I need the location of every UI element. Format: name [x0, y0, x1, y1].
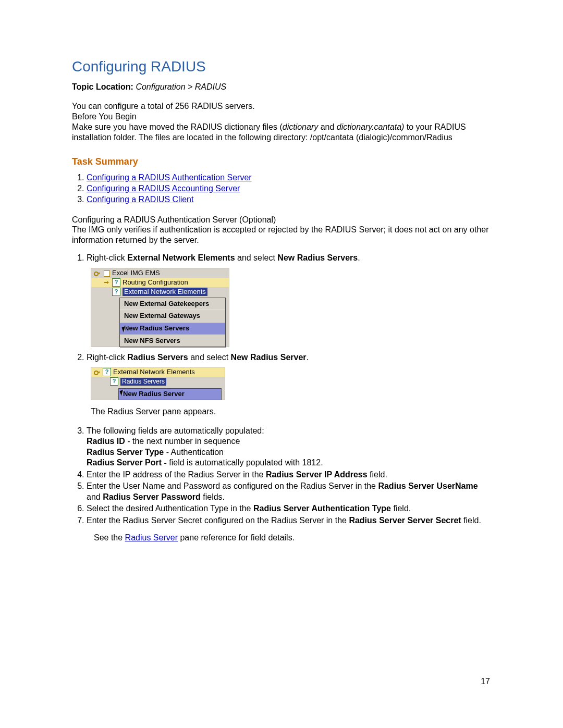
tree-root-label: Excel IMG EMS: [112, 269, 160, 278]
text: The following fields are automatically p…: [87, 426, 264, 435]
step-3: The following fields are automatically p…: [87, 426, 489, 468]
link-radius-server-pane[interactable]: Radius Server: [125, 533, 178, 542]
menu-item[interactable]: New External Gatekeepers: [120, 298, 225, 310]
text: field.: [391, 504, 411, 513]
text: .: [307, 353, 309, 362]
menu-item-selected[interactable]: New Radius Server: [119, 389, 221, 400]
list-item: Configuring a RADIUS Authentication Serv…: [87, 172, 489, 183]
question-icon: ?: [112, 278, 120, 287]
tree-row-root: Excel IMG EMS: [91, 268, 229, 278]
task-summary-heading: Task Summary: [72, 156, 489, 167]
intro-it1: dictionary: [283, 122, 318, 131]
step-7: Enter the Radius Server Secret configure…: [87, 515, 489, 526]
step-6: Select the desired Authentication Type i…: [87, 503, 489, 514]
tree-root-label: External Network Elements: [113, 368, 195, 377]
text: Select the desired Authentication Type i…: [87, 504, 253, 513]
text-bold: Radius Server Type: [87, 448, 164, 456]
text: Enter the IP address of the Radius Serve…: [87, 470, 266, 479]
text: field.: [461, 516, 481, 525]
text: field is automatically populated with 18…: [169, 458, 323, 467]
intro-line2: Before You Begin: [72, 112, 137, 121]
question-icon: ?: [103, 368, 111, 376]
tree-row-sel: ? Radius Servers: [91, 377, 225, 386]
page-title: Configuring RADIUS: [72, 58, 489, 75]
tree-row-routing: ? Routing Configuration: [91, 278, 229, 287]
text: and select: [188, 353, 231, 362]
section-a-body: The IMG only verifies if authentication …: [72, 225, 489, 245]
text: and: [87, 492, 103, 501]
question-icon: ?: [112, 288, 120, 296]
steps-list: Right-click External Network Elements an…: [87, 253, 489, 526]
key-icon: [93, 368, 101, 376]
text-bold: Radius Server Port -: [87, 458, 169, 467]
text-bold: New Radius Server: [231, 353, 307, 362]
text-bold: Radius Servers: [127, 353, 188, 362]
text-bold: Radius Server UserName: [378, 482, 478, 490]
list-item: Configuring a RADIUS Accounting Server: [87, 183, 489, 194]
link-acct-server[interactable]: Configuring a RADIUS Accounting Server: [87, 184, 240, 193]
text: Right-click: [87, 353, 127, 362]
step-5: Enter the User Name and Password as conf…: [87, 481, 489, 502]
text: fields.: [201, 492, 225, 501]
list-item: Configuring a RADIUS Client: [87, 194, 489, 205]
see-reference: See the Radius Server pane reference for…: [94, 533, 489, 542]
tree-row-ext: ? External Network Elements: [91, 287, 229, 297]
text: pane reference for field details.: [178, 533, 295, 542]
link-auth-server[interactable]: Configuring a RADIUS Authentication Serv…: [87, 173, 252, 182]
menu-item[interactable]: New NFS Servers: [120, 335, 225, 347]
text: Right-click: [87, 253, 127, 262]
text-bold: External Network Elements: [127, 253, 235, 262]
tree-panel-2: ? External Network Elements ? Radius Ser…: [91, 367, 225, 400]
page-number: 17: [481, 677, 490, 686]
question-icon: ?: [110, 377, 118, 386]
menu-item-selected[interactable]: New Radius Servers: [120, 322, 225, 335]
intro-line1: You can configure a total of 256 RADIUS …: [72, 102, 255, 110]
topic-label: Topic Location:: [72, 82, 133, 91]
expand-icon: [103, 279, 110, 286]
menu-item[interactable]: New External Gateways: [120, 310, 225, 322]
text: and select: [235, 253, 278, 262]
tree-node-label: Routing Configuration: [123, 278, 188, 287]
link-radius-client[interactable]: Configuring a RADIUS Client: [87, 195, 193, 204]
context-menu: New External Gatekeepers New External Ga…: [119, 298, 226, 348]
text: - the next number in sequence: [125, 437, 240, 446]
text: field.: [368, 470, 387, 479]
text: - Authentication: [164, 448, 224, 456]
text-bold: Radius Server IP Address: [266, 470, 368, 479]
text: Enter the User Name and Password as conf…: [87, 482, 378, 490]
intro-it2: dictionary.cantata): [337, 122, 405, 131]
key-icon: [93, 269, 101, 277]
task-summary-list: Configuring a RADIUS Authentication Serv…: [87, 172, 489, 205]
intro-pre: Make sure you have moved the RADIUS dict…: [72, 122, 283, 131]
tree-row-root: ? External Network Elements: [91, 367, 225, 377]
tree-node-selected: Radius Servers: [120, 378, 166, 386]
topic-location: Topic Location: Configuration > RADIUS: [72, 82, 489, 92]
text-bold: Radius ID: [87, 437, 125, 446]
intro-mid: and: [318, 122, 337, 131]
step-1: Right-click External Network Elements an…: [87, 253, 489, 347]
text: .: [358, 253, 360, 262]
screenshot-1: Excel IMG EMS ? Routing Configuration ? …: [91, 268, 489, 347]
text: See the: [94, 533, 125, 542]
text-bold: Radius Server Server Secret: [349, 516, 461, 525]
screenshot-2: ? External Network Elements ? Radius Ser…: [91, 367, 489, 400]
context-menu-2: New Radius Server: [118, 388, 222, 400]
tree-node-selected: External Network Elements: [123, 288, 207, 297]
tree-icon: [103, 269, 110, 277]
text: Enter the Radius Server Secret configure…: [87, 516, 349, 525]
intro-paragraph: You can configure a total of 256 RADIUS …: [72, 101, 489, 143]
text-bold: New Radius Servers: [277, 253, 358, 262]
step-4: Enter the IP address of the Radius Serve…: [87, 470, 489, 480]
screenshot-2-caption: The Radius Server pane appears.: [91, 406, 489, 417]
topic-path: Configuration > RADIUS: [136, 82, 226, 91]
text-bold: Radius Server Authentication Type: [253, 504, 391, 513]
text-bold: Radius Server Password: [103, 492, 201, 501]
step-2: Right-click Radius Servers and select Ne…: [87, 352, 489, 417]
tree-panel: Excel IMG EMS ? Routing Configuration ? …: [91, 268, 229, 347]
section-a-heading: Configuring a RADIUS Authentication Serv…: [72, 215, 489, 225]
